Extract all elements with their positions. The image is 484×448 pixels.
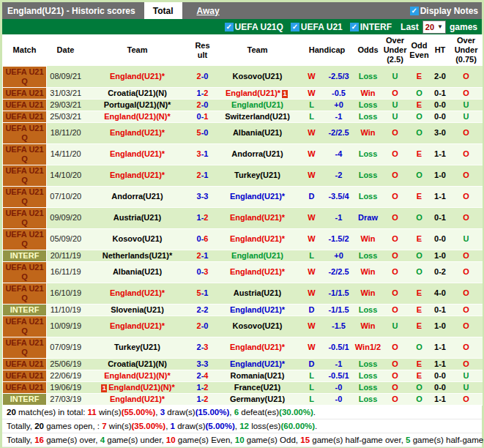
over-under-0-75: O (450, 316, 483, 337)
away-score: 2 (204, 383, 208, 392)
half-time-score: 1-1 (431, 337, 450, 358)
away-team: England(U21) (215, 99, 300, 111)
table-header: Match Date Team Result Team Handicap Odd… (3, 34, 483, 66)
over-under-0-75: O (450, 250, 483, 261)
away-team: Austria(U21) (215, 283, 300, 304)
over-under-0-75: O (450, 283, 483, 304)
checkbox-checked-icon[interactable] (291, 23, 299, 31)
summary-segment: 15 (300, 436, 310, 444)
table-row: UEFA U21 Q10/09/19England(U21)*2-0Kosovo… (3, 316, 483, 337)
over-under-2-5-value: O (392, 89, 398, 97)
match-competition: UEFA U21 (3, 370, 47, 381)
handicap-line-value: -0 (335, 383, 343, 392)
over-under-0-75-value: O (463, 149, 469, 158)
col-ht: HT (431, 34, 450, 66)
team-name: Austria(U21) (113, 213, 161, 222)
last-games-select[interactable]: 20 ▼ (422, 20, 446, 34)
away-team: France(U21) (215, 381, 300, 393)
over-under-2-5: O (382, 228, 409, 250)
wdl-letter-value: W (308, 343, 315, 351)
summary-segment: (5.00%) (206, 422, 235, 430)
odd-even: O (409, 250, 431, 261)
filter-uefa-u21[interactable]: UEFA U21 (291, 22, 343, 32)
match-competition: UEFA U21 Q (3, 283, 47, 304)
over-under-0-75: O (450, 261, 483, 283)
odd-even-value: E (417, 288, 422, 297)
home-team: Portugal(U21)(N)* (85, 99, 190, 111)
match-competition: INTERF (3, 304, 47, 316)
over-under-2-5-value: O (392, 395, 398, 403)
odd-even: E (409, 228, 431, 250)
wdl-letter: W (300, 316, 324, 337)
summary-segment: win(s) (107, 422, 132, 430)
odd-even: E (409, 358, 431, 370)
odds-result: Loss (354, 304, 382, 316)
display-notes-toggle[interactable]: Display Notes (410, 2, 478, 19)
over-under-0-75-value: U (463, 234, 469, 243)
match-date: 05/09/20 (47, 228, 85, 250)
summary-segment: win(s) (97, 408, 122, 417)
summary-segment: . (313, 408, 316, 417)
wdl-letter-value: L (309, 112, 314, 121)
wdl-letter: L (300, 393, 324, 405)
over-under-0-75: U (450, 381, 483, 393)
half-time-score: 1-1 (431, 393, 450, 405)
away-team: England(U21)*1 (215, 87, 300, 99)
home-team: Austria(U21) (85, 207, 190, 228)
result-score: 1-2 (190, 87, 215, 99)
over-under-0-75-value: U (463, 371, 469, 380)
results-table: Match Date Team Result Team Handicap Odd… (2, 34, 483, 406)
handicap-line-value: -1 (335, 213, 343, 222)
over-under-0-75-value: O (463, 171, 469, 179)
team-name: England(U21)* (110, 288, 165, 297)
odd-even: E (409, 304, 431, 316)
odd-even-value: O (416, 251, 422, 260)
wdl-letter: L (300, 250, 324, 261)
away-team: England(U21)* (215, 337, 300, 358)
handicap-line: -1.5/2 (324, 228, 354, 250)
odds-result: Loss (354, 393, 382, 405)
result-score: 2-0 (190, 316, 215, 337)
tab-away[interactable]: Away (188, 2, 228, 19)
away-score: 3 (204, 267, 208, 276)
filter-uefa-u21q[interactable]: UEFA U21Q (225, 22, 283, 32)
match-date: 14/10/20 (47, 165, 85, 186)
half-time-score: 1-1 (431, 358, 450, 370)
half-time-score: 0-1 (431, 304, 450, 316)
odds-result: Loss (354, 358, 382, 370)
over-under-2-5: U (382, 111, 409, 122)
result-score: 2-0 (190, 99, 215, 111)
chevron-down-icon: ▼ (437, 23, 443, 30)
half-time-score: 1-1 (431, 186, 450, 207)
match-competition: UEFA U21 Q (3, 207, 47, 228)
away-score: 0 (204, 100, 208, 109)
wdl-letter-value: L (309, 395, 314, 403)
wdl-letter-value: L (309, 251, 314, 260)
odds-result-value: Win (360, 234, 375, 243)
table-row: UEFA U21 Q16/10/19England(U21)*5-1Austri… (3, 283, 483, 304)
away-team: England(U21)* (215, 207, 300, 228)
results-body: UEFA U21 Q08/09/21England(U21)*2-0Kosovo… (3, 66, 483, 405)
tab-total[interactable]: Total (144, 2, 182, 19)
checkbox-checked-icon[interactable] (225, 23, 234, 31)
over-under-0-75: U (450, 111, 483, 122)
result-score: 1-2 (190, 393, 215, 405)
match-competition: UEFA U21 (3, 111, 47, 122)
over-under-0-75-value: O (463, 288, 469, 297)
team-name: Andorra(U21) (231, 149, 283, 158)
wdl-letter-value: W (308, 171, 315, 179)
handicap-line: -2/2.5 (324, 122, 354, 143)
over-under-2-5: O (382, 358, 409, 370)
filter-interf[interactable]: INTERF (350, 22, 392, 32)
half-time-score-value: 2-0 (434, 72, 446, 81)
handicap-line: +0 (324, 99, 354, 111)
match-competition: INTERF (3, 250, 47, 261)
odds-result-value: Loss (359, 359, 378, 368)
result-score: 2-2 (190, 304, 215, 316)
half-time-score: 1-1 (431, 143, 450, 165)
display-notes-checkbox-icon[interactable] (410, 7, 419, 15)
odds-result: Win (354, 261, 382, 283)
odds-result: Win (354, 87, 382, 99)
home-team: England(U21)* (85, 316, 190, 337)
checkbox-checked-icon[interactable] (350, 23, 359, 31)
